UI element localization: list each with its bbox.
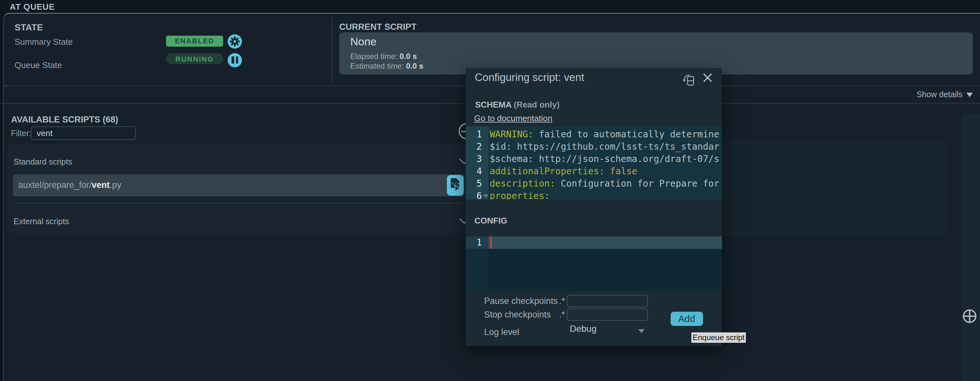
gear-icon	[230, 36, 240, 46]
available-scripts-title: AVAILABLE SCRIPTS (68)	[11, 115, 118, 124]
fold-icon[interactable]	[483, 194, 488, 197]
pause-checkpoints-label: Pause checkpoints	[484, 296, 558, 305]
schema-code-line: 5description: Configuration for Prepare …	[466, 178, 722, 190]
config-code-editor[interactable]: 1	[466, 237, 722, 291]
script-path: auxtel/prepare_for/vent.py	[13, 181, 121, 190]
filter-input[interactable]	[31, 126, 135, 140]
summary-state-label: Summary State	[14, 37, 73, 47]
config-section-title: CONFIG	[474, 216, 507, 225]
elapsed-time: Elapsed time: 0.0 s	[350, 52, 417, 61]
schema-section-title: SCHEMA (Read only)	[475, 100, 560, 109]
page-title: AT QUEUE	[10, 2, 55, 12]
triangle-down-icon	[966, 92, 973, 97]
current-script-section-title: CURRENT SCRIPT	[339, 22, 417, 32]
script-list-item[interactable]: auxtel/prepare_for/vent.py </>	[13, 174, 465, 196]
documentation-link[interactable]: Go to documentation	[474, 113, 552, 123]
configure-script-button[interactable]: </>	[447, 175, 464, 196]
modal-title: Configuring script: vent	[475, 71, 584, 84]
queue-state-label: Queue State	[14, 60, 62, 70]
stop-checkpoints-hint: .*	[559, 310, 565, 319]
summary-state-badge: ENABLED	[166, 35, 223, 46]
schema-code-line: 2$id: https://github.com/lsst-ts/ts_stan…	[466, 141, 722, 153]
divider	[331, 17, 332, 85]
select-arrow-icon	[638, 329, 645, 333]
schema-code-line: 3$schema: http://json-schema.org/draft-0…	[466, 153, 722, 165]
pause-queue-button[interactable]	[228, 53, 242, 67]
state-section-title: STATE	[14, 22, 43, 32]
queue-state-badge: RUNNING	[166, 53, 223, 64]
schema-code-editor[interactable]: 1WARNING: failed to automatically determ…	[466, 126, 722, 199]
log-level-label: Log level	[484, 327, 519, 337]
line-number: 1	[466, 237, 482, 249]
text-caret	[490, 237, 491, 249]
external-scripts-label: External scripts	[14, 217, 69, 226]
crosshair-icon[interactable]	[963, 309, 977, 323]
divider	[13, 203, 465, 203]
right-side-strip	[961, 113, 980, 381]
pause-checkpoints-hint: .*	[559, 296, 565, 305]
settings-button[interactable]	[228, 34, 242, 48]
current-script-name: None	[350, 36, 377, 49]
stop-checkpoints-label: Stop checkpoints	[484, 310, 551, 319]
close-icon[interactable]	[703, 73, 712, 82]
filter-label: Filter:	[11, 129, 32, 138]
configure-script-modal: Configuring script: vent SCHEMA (Read on…	[466, 68, 722, 346]
schema-code-line: 6properties:	[466, 190, 722, 199]
component-title-bar	[0, 0, 980, 13]
script-config-icon: </>	[449, 177, 462, 194]
add-button[interactable]: Add	[670, 312, 703, 325]
schema-code-line: 1WARNING: failed to automatically determ…	[466, 128, 722, 141]
copy-icon[interactable]	[682, 74, 695, 86]
pause-checkpoints-input[interactable]	[566, 295, 648, 307]
stop-checkpoints-input[interactable]	[566, 308, 648, 321]
pause-icon	[232, 56, 238, 64]
estimated-time: Estimated time: 0.0 s	[350, 62, 423, 71]
log-level-select[interactable]: Debug	[570, 323, 597, 334]
page: AT QUEUE STATE Summary State Queue State…	[0, 0, 980, 381]
enqueue-script-tooltip: Enqueue script	[691, 332, 746, 343]
schema-code-line: 4additionalProperties: false	[466, 165, 722, 178]
show-details-toggle[interactable]: Show details	[916, 90, 973, 99]
standard-scripts-label: Standard scripts	[14, 157, 72, 167]
